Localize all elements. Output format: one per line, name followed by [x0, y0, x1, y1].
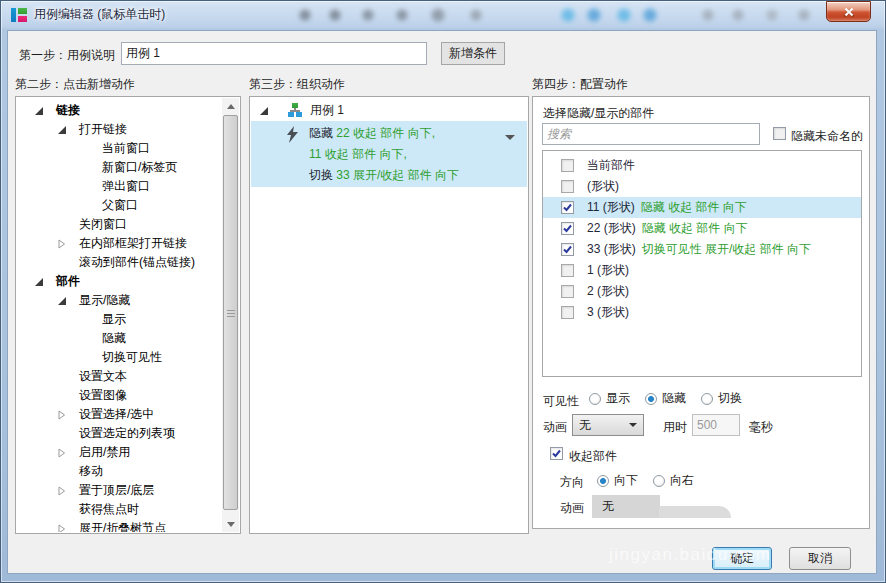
widget-row[interactable]: 33 (形状)切换可见性 展开/收起 部件 向下 [543, 239, 861, 260]
tree-item-label: 设置选择/选中 [79, 406, 154, 423]
selected-action-item[interactable]: 隐藏 22 收起 部件 向下,11 收起 部件 向下,切换 33 展开/收起 部… [251, 121, 527, 187]
widget-row[interactable]: 当前部件 [543, 155, 861, 176]
check-icon [551, 448, 562, 459]
expander-open-icon[interactable] [258, 106, 270, 116]
expander-closed-icon[interactable] [56, 524, 68, 533]
tree-item-label: 链接 [56, 102, 80, 119]
cancel-button[interactable]: 取消 [789, 547, 851, 570]
tree-item[interactable]: 关闭窗口 [17, 215, 222, 234]
radio-option[interactable]: 切换 [701, 390, 742, 407]
widget-checkbox[interactable] [561, 306, 574, 319]
action-target: 22 收起 部件 向下, [336, 126, 435, 140]
case-tree-item[interactable]: 用例 1 [258, 102, 344, 119]
tree-item[interactable]: 切换可见性 [17, 348, 222, 367]
widget-row[interactable]: 22 (形状)隐藏 收起 部件 向下 [543, 218, 861, 239]
widget-search-input[interactable] [542, 123, 760, 145]
titlebar-blur-decoration [280, 3, 840, 27]
collapse-widget-checkbox[interactable] [550, 447, 563, 460]
tree-item-label: 切换可见性 [102, 349, 162, 366]
case-name-input[interactable] [121, 42, 427, 65]
radio-option[interactable]: 显示 [589, 390, 630, 407]
scrollbar-up-arrow-icon[interactable] [222, 98, 239, 114]
tree-item[interactable]: 当前窗口 [17, 139, 222, 158]
expander-closed-icon[interactable] [56, 239, 68, 249]
ok-button[interactable]: 确定 [712, 547, 772, 570]
tree-item[interactable]: 置于顶层/底层 [17, 481, 222, 500]
widget-checkbox[interactable] [561, 264, 574, 277]
tree-item[interactable]: 在内部框架打开链接 [17, 234, 222, 253]
tree-item[interactable]: 设置选定的列表项 [17, 424, 222, 443]
visibility-radios: 显示隐藏切换 [589, 390, 757, 407]
radio-unselected-icon[interactable] [589, 393, 601, 405]
expander-closed-icon[interactable] [56, 410, 68, 420]
tree-item[interactable]: 滚动到部件(锚点链接) [17, 253, 222, 272]
radio-unselected-icon[interactable] [701, 393, 713, 405]
expander-open-icon[interactable] [56, 296, 68, 306]
tree-item[interactable]: 显示/隐藏 [17, 291, 222, 310]
widget-checkbox[interactable] [561, 243, 574, 256]
organize-actions-panel: 用例 1 隐藏 22 收起 部件 向下,11 收起 部件 向下,切换 33 展开… [249, 96, 529, 534]
tree-item[interactable]: 获得焦点时 [17, 500, 222, 519]
tree-item[interactable]: 链接 [17, 101, 222, 120]
radio-option[interactable]: 向下 [597, 472, 638, 489]
radio-selected-icon[interactable] [645, 393, 657, 405]
tree-item[interactable]: 设置图像 [17, 386, 222, 405]
expander-open-icon[interactable] [56, 125, 68, 135]
widget-row[interactable]: 2 (形状) [543, 281, 861, 302]
step1-label: 第一步：用例说明 [19, 47, 115, 64]
step4-header: 第四步：配置动作 [532, 76, 628, 93]
widget-checkbox[interactable] [561, 159, 574, 172]
radio-option[interactable]: 向右 [653, 472, 694, 489]
titlebar[interactable]: 用例编辑器 (鼠标单击时) [0, 0, 886, 30]
radio-option-label: 切换 [718, 390, 742, 407]
widget-checkbox[interactable] [561, 285, 574, 298]
tree-item-label: 获得焦点时 [79, 501, 139, 518]
expander-open-icon[interactable] [33, 277, 45, 287]
widget-action-summary: 隐藏 收起 部件 向下 [642, 220, 748, 237]
tree-item[interactable]: 设置文本 [17, 367, 222, 386]
widget-row[interactable]: 3 (形状) [543, 302, 861, 323]
app-icon [11, 7, 27, 23]
widget-row[interactable]: (形状) [543, 176, 861, 197]
tree-item[interactable]: 启用/禁用 [17, 443, 222, 462]
radio-option-label: 显示 [606, 390, 630, 407]
expander-closed-icon[interactable] [56, 448, 68, 458]
action-dropdown-caret-icon[interactable] [505, 135, 515, 145]
add-condition-button[interactable]: 新增条件 [441, 42, 505, 65]
tree-item[interactable]: 设置选择/选中 [17, 405, 222, 424]
tree-item[interactable]: 隐藏 [17, 329, 222, 348]
hide-unnamed-checkbox[interactable] [773, 127, 786, 140]
radio-selected-icon[interactable] [597, 475, 609, 487]
scrollbar-thumb[interactable] [223, 115, 238, 510]
scrollbar-down-arrow-icon[interactable] [222, 516, 239, 532]
tree-item-label: 置于顶层/底层 [79, 482, 154, 499]
tree-scrollbar[interactable] [222, 98, 239, 532]
close-button[interactable] [826, 1, 871, 22]
tree-item-label: 滚动到部件(锚点链接) [79, 254, 195, 271]
tree-item[interactable]: 展开/折叠树节点 [17, 519, 222, 532]
animation-dropdown[interactable]: 无 [572, 414, 644, 436]
radio-unselected-icon[interactable] [653, 475, 665, 487]
widget-row[interactable]: 1 (形状) [543, 260, 861, 281]
tree-item[interactable]: 移动 [17, 462, 222, 481]
widget-checkbox[interactable] [561, 201, 574, 214]
step3-header: 第三步：组织动作 [249, 76, 345, 93]
tree-item[interactable]: 显示 [17, 310, 222, 329]
expander-open-icon[interactable] [33, 106, 45, 116]
widget-checkbox[interactable] [561, 180, 574, 193]
action-target: 11 收起 部件 向下, [309, 147, 407, 161]
duration-input[interactable] [692, 414, 740, 436]
action-line: 隐藏 22 收起 部件 向下, [309, 123, 527, 144]
hide-unnamed-label: 隐藏未命名的 [791, 128, 863, 145]
tree-item[interactable]: 打开链接 [17, 120, 222, 139]
widget-row[interactable]: 11 (形状)隐藏 收起 部件 向下 [543, 197, 861, 218]
tree-item-label: 当前窗口 [102, 140, 150, 157]
tree-item[interactable]: 父窗口 [17, 196, 222, 215]
radio-option[interactable]: 隐藏 [645, 390, 686, 407]
expander-closed-icon[interactable] [56, 486, 68, 496]
tree-item[interactable]: 弹出窗口 [17, 177, 222, 196]
tree-item[interactable]: 新窗口/标签页 [17, 158, 222, 177]
collapse-animation-dropdown[interactable]: 无 [592, 495, 660, 518]
widget-checkbox[interactable] [561, 222, 574, 235]
tree-item[interactable]: 部件 [17, 272, 222, 291]
